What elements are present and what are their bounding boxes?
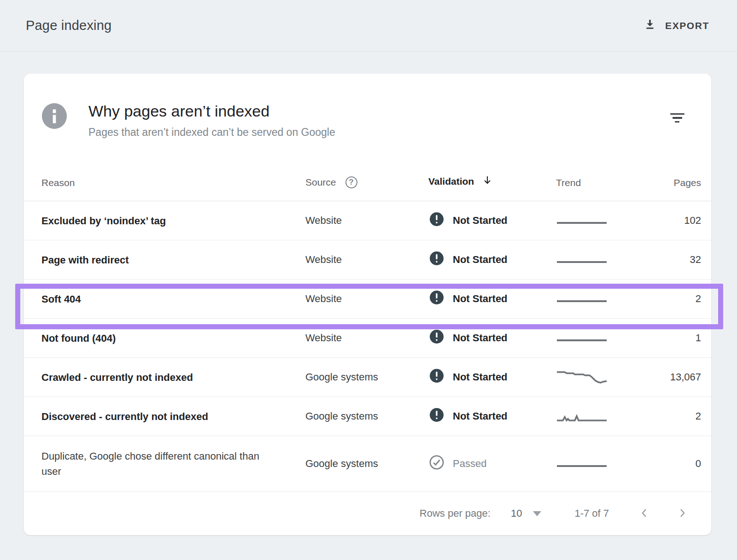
- card-title: Why pages aren’t indexed: [88, 102, 335, 120]
- trend-cell: [556, 289, 643, 309]
- pages-cell: 1: [696, 332, 701, 344]
- trend-sparkline: [556, 210, 608, 231]
- download-icon: [643, 18, 657, 34]
- card-header: Why pages aren’t indexed Pages that aren…: [24, 74, 711, 139]
- reason-cell[interactable]: Duplicate, Google chose different canoni…: [41, 449, 274, 479]
- pages-cell: 2: [696, 410, 701, 422]
- page-title: Page indexing: [26, 18, 111, 33]
- trend-sparkline: [556, 454, 608, 474]
- column-header-trend[interactable]: Trend: [556, 177, 643, 188]
- validation-status: Not Started: [453, 293, 508, 305]
- validation-cell: Not Started: [428, 328, 556, 348]
- filter-icon: [670, 113, 684, 123]
- trend-cell: [556, 250, 643, 270]
- table-row[interactable]: Discovered - currently not indexed Googl…: [24, 397, 711, 436]
- reason-cell[interactable]: Crawled - currently not indexed: [41, 370, 305, 385]
- chevron-right-icon: [675, 506, 689, 521]
- reason-cell[interactable]: Excluded by ‘noindex’ tag: [41, 213, 305, 228]
- validation-cell: Not Started: [428, 250, 556, 269]
- table-header-row: Reason Source Validation Trend: [24, 139, 711, 201]
- pages-cell: 102: [684, 215, 701, 227]
- table-row[interactable]: Page with redirect Website Not Started: [24, 240, 711, 280]
- validation-status: Passed: [453, 458, 486, 470]
- previous-page-button[interactable]: [636, 504, 653, 523]
- export-button[interactable]: EXPORT: [642, 15, 710, 36]
- trend-cell: [556, 367, 643, 387]
- issues-table: Reason Source Validation Trend: [24, 139, 711, 492]
- alert-icon: [428, 289, 445, 309]
- alert-icon: [428, 328, 445, 348]
- source-cell: Website: [305, 215, 428, 227]
- pages-cell: 2: [696, 293, 701, 305]
- validation-status: Not Started: [453, 371, 508, 383]
- table-row-soft-404[interactable]: Soft 404 Website Not Started: [24, 280, 711, 319]
- source-cell: Website: [305, 254, 428, 266]
- export-label: EXPORT: [665, 20, 709, 31]
- pages-cell: 32: [690, 254, 701, 266]
- reason-cell[interactable]: Soft 404: [41, 292, 305, 307]
- trend-cell: [556, 328, 643, 348]
- trend-sparkline: [556, 406, 608, 426]
- validation-status: Not Started: [453, 332, 508, 344]
- chevron-left-icon: [638, 506, 651, 521]
- info-icon: [41, 103, 67, 129]
- alert-icon: [428, 368, 445, 387]
- rows-per-page-select[interactable]: 10: [508, 507, 544, 520]
- trend-sparkline: [556, 250, 608, 270]
- reason-cell[interactable]: Page with redirect: [41, 252, 305, 268]
- trend-sparkline: [556, 328, 608, 348]
- source-cell: Google systems: [305, 410, 428, 422]
- dropdown-arrow-icon: [533, 511, 541, 516]
- help-icon[interactable]: [345, 176, 357, 188]
- page-indexing-screen: Page indexing EXPORT Why pages are: [0, 0, 737, 535]
- source-cell: Website: [305, 293, 428, 305]
- table-row[interactable]: Not found (404) Website Not Started: [24, 319, 711, 358]
- validation-cell: Passed: [428, 454, 556, 473]
- validation-cell: Not Started: [428, 289, 556, 309]
- table-row[interactable]: Crawled - currently not indexed Google s…: [24, 358, 711, 397]
- alert-icon: [428, 407, 445, 426]
- table-row[interactable]: Duplicate, Google chose different canoni…: [24, 436, 711, 492]
- validation-cell: Not Started: [428, 211, 556, 230]
- source-cell: Google systems: [305, 371, 428, 383]
- rows-per-page-label: Rows per page:: [420, 508, 491, 519]
- validation-status: Not Started: [453, 254, 508, 266]
- table-row[interactable]: Excluded by ‘noindex’ tag Website Not St…: [24, 201, 711, 240]
- trend-cell: [556, 454, 643, 474]
- report-card: Why pages aren’t indexed Pages that aren…: [24, 74, 711, 535]
- trend-cell: [556, 406, 643, 426]
- card-titles: Why pages aren’t indexed Pages that aren…: [88, 102, 335, 139]
- top-bar: Page indexing EXPORT: [0, 0, 737, 52]
- rows-per-page-value: 10: [511, 508, 522, 519]
- filter-button[interactable]: [666, 108, 688, 128]
- alert-icon: [428, 211, 445, 230]
- page-range-label: 1-7 of 7: [574, 508, 609, 519]
- column-header-source[interactable]: Source: [305, 176, 428, 188]
- card-subtitle: Pages that aren’t indexed can’t be serve…: [88, 126, 335, 139]
- reason-cell[interactable]: Discovered - currently not indexed: [41, 409, 305, 424]
- reason-cell[interactable]: Not found (404): [41, 331, 305, 346]
- column-header-validation[interactable]: Validation: [428, 174, 556, 188]
- column-header-pages[interactable]: Pages: [673, 177, 701, 188]
- trend-sparkline: [556, 367, 608, 387]
- pagination-bar: Rows per page: 10 1-7 of 7: [24, 492, 711, 535]
- validation-status: Not Started: [453, 215, 508, 227]
- alert-icon: [428, 250, 445, 269]
- pages-cell: 13,067: [670, 371, 701, 383]
- validation-cell: Not Started: [428, 407, 556, 426]
- next-page-button[interactable]: [673, 504, 691, 523]
- validation-cell: Not Started: [428, 368, 556, 387]
- column-header-reason[interactable]: Reason: [41, 177, 305, 188]
- pages-cell: 0: [696, 458, 701, 470]
- sort-descending-icon: [481, 174, 493, 188]
- source-cell: Google systems: [305, 458, 428, 470]
- check-circle-icon: [428, 454, 445, 473]
- source-cell: Website: [305, 332, 428, 344]
- trend-cell: [556, 210, 643, 231]
- trend-sparkline: [556, 289, 608, 309]
- validation-status: Not Started: [453, 410, 508, 422]
